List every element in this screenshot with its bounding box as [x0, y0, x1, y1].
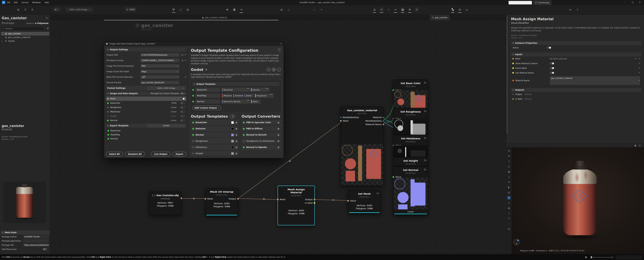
chevron-down-icon[interactable]: ▼: [206, 68, 207, 71]
output-port[interactable]: [314, 202, 315, 204]
duplicate-template-button[interactable]: [272, 68, 276, 71]
output-toggle[interactable]: [180, 98, 185, 100]
live-output-button[interactable]: Live Output: [151, 152, 170, 156]
rename-pencil-icon[interactable]: ✎: [46, 17, 48, 19]
viewport-tool-icon[interactable]: ▤: [507, 191, 511, 194]
3d-viewport[interactable]: ✚✥⟲◱▦◻⊞◧▤◉⊙▣◇≡∴◍ Z Polygons 5,088 • Draw…: [506, 147, 644, 254]
split-view-icon[interactable]: ◫: [639, 144, 641, 147]
output-row[interactable]: Normal Linear: [106, 118, 186, 123]
reset-icon[interactable]: ↶: [639, 72, 640, 74]
output-row[interactable]: BaseColor sRGB: [106, 101, 186, 105]
lock-icon[interactable]: [372, 7, 377, 12]
outputs-header[interactable]: ∨Outputs: [511, 88, 641, 92]
output-template-row[interactable]: Roughness ≡: [191, 139, 239, 144]
output-port[interactable]: [180, 198, 182, 199]
output-row[interactable]: Roughness Linear: [106, 105, 186, 110]
output-row[interactable]: Height Linear: [106, 114, 186, 118]
hide-resources-toggle[interactable]: [43, 248, 47, 250]
output-converter-row[interactable]: PBR to Specular Color ≡: [242, 120, 281, 125]
image-compare-icon[interactable]: ▣: [634, 144, 636, 147]
viewport-tool-icon[interactable]: ◉: [507, 196, 511, 200]
default-color-swatch[interactable]: [231, 146, 234, 149]
globe-icon[interactable]: ⊛: [408, 7, 412, 12]
package-author-field[interactable]: InstaMAT Studio: [23, 235, 49, 238]
output-port[interactable]: [383, 124, 384, 125]
curve-icon[interactable]: ∿: [386, 7, 391, 12]
add-node-icon[interactable]: ⊕: [225, 7, 230, 12]
options-menu-icon[interactable]: ≡: [236, 146, 237, 149]
menu-item[interactable]: Edit: [14, 1, 18, 4]
options-menu-icon[interactable]: ≡: [278, 146, 280, 149]
mesh-format-dropdown[interactable]: .gltf▾: [140, 75, 179, 79]
bit-depth-dropdown[interactable]: 8bpp▾: [140, 70, 179, 73]
channel-chip[interactable]: Opacity Alpha: [251, 88, 270, 92]
reset-icon[interactable]: ↶: [185, 76, 186, 78]
input-port[interactable]: [277, 199, 278, 200]
text-overlay-icon[interactable]: A: [414, 7, 419, 12]
output-toggle[interactable]: [180, 111, 185, 113]
dialog-titlebar[interactable]: Image and Data Output Export (gas_canist…: [104, 41, 284, 46]
node-gas-canister-material[interactable]: Gas_canister_material ∑473.46ms MeshBake…: [341, 107, 384, 186]
viewport-tool-icon[interactable]: ◧: [507, 186, 511, 189]
reset-icon[interactable]: ↶: [185, 59, 186, 62]
undo-history-dropdown[interactable]: ↺∨: [53, 7, 60, 12]
graph-view-icon[interactable]: [172, 7, 176, 12]
default-color-swatch[interactable]: [231, 152, 234, 155]
output-path-field[interactable]: G:\GIT\ASSR\Models\props\: [140, 53, 179, 57]
minimize-button[interactable]: –: [624, 1, 625, 3]
lambda-icon[interactable]: λ: [575, 7, 580, 12]
output-template-row[interactable]: Emissive ≡: [191, 126, 239, 131]
output-name-box[interactable]: BaseColor: [196, 88, 220, 92]
share-to-polyverse[interactable]: Share to ❋ Polyverse: [26, 22, 48, 24]
output-template-row[interactable]: BaseColor ≡: [191, 120, 239, 125]
zoom-slider-handle[interactable]: [591, 256, 592, 258]
tab-gas-canister[interactable]: ⊞ gas_canister: [430, 15, 450, 20]
hierarchy-icon[interactable]: ▚: [450, 7, 455, 12]
timer-icon[interactable]: ◷: [458, 7, 462, 12]
help-icon[interactable]: ?: [278, 48, 281, 51]
file-name-format-field[interactable]: {GRAPH.NAME}_{OUTPUT.NAME}: [140, 59, 179, 62]
viewport-tool-icon[interactable]: ⊙: [507, 201, 511, 205]
default-color-swatch[interactable]: [231, 127, 234, 130]
reset-icon[interactable]: ↶: [639, 62, 640, 65]
output-settings-header[interactable]: ∨Output Settings: [106, 47, 186, 52]
node-mesh-uv-unwrap[interactable]: Mesh UV Unwrap CPU ∑171.13ms Mesh Output…: [205, 188, 238, 216]
default-color-swatch[interactable]: [231, 121, 234, 124]
package-application-field[interactable]: [23, 239, 49, 243]
options-menu-icon[interactable]: ≡: [236, 127, 237, 130]
image-preview-icon[interactable]: ▨: [400, 7, 405, 12]
add-custom-output-button[interactable]: Add Custom Output▾: [192, 106, 221, 110]
inputs-header[interactable]: ∨Inputs: [511, 52, 641, 56]
seed-field[interactable]: 9483: [125, 7, 136, 12]
reset-icon[interactable]: ↶: [639, 67, 640, 69]
output-template-row[interactable]: Normal ≡: [191, 132, 239, 137]
terrain-icon[interactable]: △: [286, 7, 291, 12]
image-view-icon[interactable]: ▨: [186, 7, 190, 12]
search-input[interactable]: Search...: [1, 27, 44, 30]
output-name-box[interactable]: Normal: [196, 99, 220, 104]
tab-gas-canister-material[interactable]: ▣ gas_canister_material: [200, 15, 230, 20]
node-set-normal[interactable]: Set Normal [→ CPU ∑0.00ms Value Linear: [393, 166, 428, 215]
output-toggle[interactable]: [180, 115, 185, 117]
options-menu-icon[interactable]: ≡: [278, 127, 280, 130]
viewport-tool-icon[interactable]: ⟲: [507, 160, 511, 163]
menu-item[interactable]: File: [7, 1, 10, 4]
output-template-row[interactable]: Metalness ≡: [191, 145, 239, 150]
viewport-tool-icon[interactable]: ∴: [507, 222, 511, 226]
orientation-gizmo[interactable]: Z: [513, 239, 520, 246]
menu-item[interactable]: Help: [44, 1, 49, 4]
material-name-field[interactable]: gas_canister_material: [550, 76, 640, 85]
package-url-field[interactable]: https://www.InstaMaterial: [23, 244, 49, 247]
settings-gear-icon[interactable]: ⚙: [30, 7, 34, 12]
console-icon[interactable]: >_: [312, 7, 317, 12]
output-port[interactable]: [237, 198, 239, 200]
viewport-tool-icon[interactable]: ≡: [507, 217, 511, 220]
zoom-slider[interactable]: [591, 257, 614, 258]
link-icon[interactable]: ∞: [394, 7, 398, 12]
export-item[interactable]: Normal: [106, 137, 186, 141]
node-set-roughness[interactable]: Set Roughness [→ CPU ∑0.00ms Value: [393, 108, 428, 135]
input-port[interactable]: [204, 198, 206, 200]
cube-view-icon[interactable]: ❑: [178, 7, 183, 12]
input-port[interactable]: [340, 120, 342, 122]
output-row[interactable]: Metalness Linear: [106, 110, 186, 114]
